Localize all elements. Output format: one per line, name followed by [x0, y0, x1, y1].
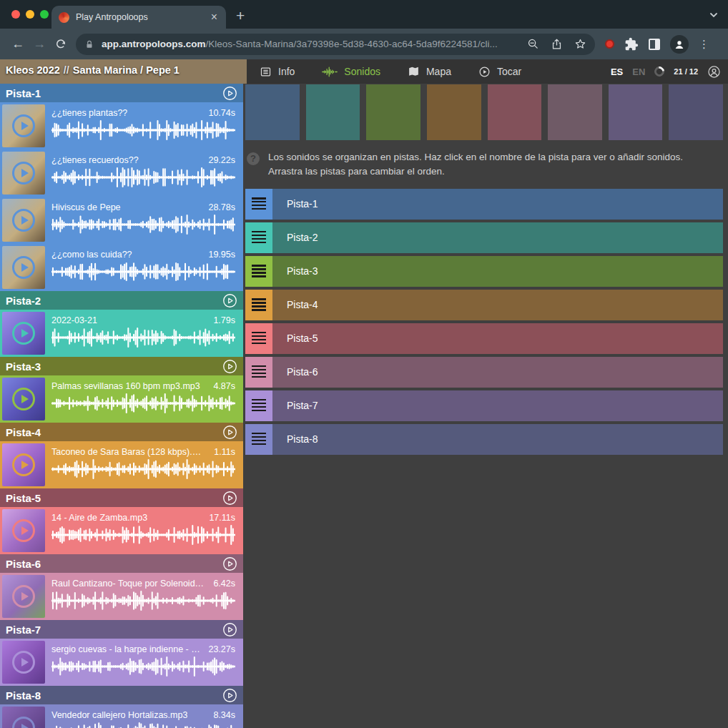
tab-search-chevron-icon[interactable] [708, 9, 719, 21]
clip-thumbnail[interactable] [2, 246, 45, 289]
clip-thumbnail[interactable] [2, 509, 45, 552]
clip-thumbnail[interactable] [2, 199, 45, 242]
drag-handle[interactable] [245, 424, 272, 455]
clip-thumbnail[interactable] [2, 378, 45, 420]
clip-thumbnail[interactable] [2, 575, 45, 618]
clip-play-icon[interactable] [12, 256, 35, 279]
sidebar-track-header[interactable]: Pista-7 [0, 620, 243, 639]
clip-play-icon[interactable] [12, 162, 35, 185]
close-tab-icon[interactable]: × [210, 11, 219, 23]
tab-sonidos[interactable]: Sonidos [322, 66, 380, 78]
audio-clip[interactable]: ¿¿como las cuida?? 19.95s [0, 244, 243, 291]
track-row-bar[interactable]: Pista-1 [272, 189, 723, 220]
track-row[interactable]: Pista-1 [245, 189, 723, 220]
reload-button[interactable] [50, 38, 72, 51]
clip-play-icon[interactable] [12, 717, 35, 728]
sidebar-track-header[interactable]: Pista-5 [0, 488, 243, 507]
track-row[interactable]: Pista-6 [245, 357, 723, 388]
clip-thumbnail[interactable] [2, 152, 45, 195]
play-track-icon[interactable] [222, 622, 237, 637]
minimize-window-button[interactable] [26, 10, 34, 19]
sidebar-track-header[interactable]: Pista-6 [0, 554, 243, 573]
audio-clip[interactable]: Vendedor callejero Hortalizas.mp3 8.34s [0, 704, 243, 728]
play-track-icon[interactable] [222, 556, 237, 571]
profile-avatar[interactable] [670, 35, 689, 54]
record-indicator-icon[interactable] [605, 39, 614, 49]
clip-play-icon[interactable] [12, 519, 35, 542]
drag-handle[interactable] [245, 256, 272, 287]
forward-button[interactable]: → [29, 36, 50, 51]
clip-play-icon[interactable] [12, 388, 35, 410]
play-track-icon[interactable] [222, 425, 237, 440]
play-track-icon[interactable] [222, 688, 237, 703]
drag-handle[interactable] [245, 189, 272, 220]
play-track-icon[interactable] [222, 359, 237, 374]
zoom-window-button[interactable] [40, 10, 49, 19]
browser-tab[interactable]: Play Antropoloops × [51, 6, 226, 29]
url-bar[interactable]: app.antropoloops.com/Kleos-Santa-Marina/… [76, 34, 595, 55]
track-row-bar[interactable]: Pista-6 [272, 357, 723, 388]
sidebar-track-header[interactable]: Pista-2 [0, 291, 243, 310]
track-row[interactable]: Pista-8 [245, 424, 723, 455]
track-row-bar[interactable]: Pista-3 [272, 256, 723, 287]
back-button[interactable]: ← [7, 36, 29, 51]
track-row-bar[interactable]: Pista-8 [272, 424, 723, 455]
drag-handle[interactable] [245, 323, 272, 354]
audio-clip[interactable]: Raul Cantizano- Toque por Solenoide.mp3 … [0, 573, 243, 620]
clip-play-icon[interactable] [12, 453, 35, 476]
sidebar-track-header[interactable]: Pista-1 [0, 84, 243, 102]
lang-en-button[interactable]: EN [632, 67, 645, 77]
audio-clip[interactable]: 2022-03-21 1.79s [0, 310, 243, 357]
play-track-icon[interactable] [222, 293, 237, 308]
track-color-swatch[interactable] [366, 84, 420, 140]
lang-es-button[interactable]: ES [611, 67, 623, 77]
track-color-swatch[interactable] [548, 84, 602, 140]
audio-clip[interactable]: ¿¿tienes plantas?? 10.74s [0, 102, 243, 149]
clip-thumbnail[interactable] [2, 312, 45, 355]
track-row[interactable]: Pista-5 [245, 323, 723, 354]
tab-info[interactable]: Info [260, 66, 295, 78]
drag-handle[interactable] [245, 390, 272, 421]
track-row[interactable]: Pista-7 [245, 390, 723, 421]
clip-thumbnail[interactable] [2, 443, 45, 486]
clip-play-icon[interactable] [12, 651, 35, 674]
browser-menu-icon[interactable]: ⋮ [699, 38, 709, 51]
track-row-bar[interactable]: Pista-5 [272, 323, 723, 354]
audio-clip[interactable]: Palmas sevillanas 160 bpm mp3.mp3 4.87s [0, 375, 243, 423]
sidebar-track-header[interactable]: Pista-4 [0, 423, 243, 441]
drag-handle[interactable] [245, 357, 272, 388]
new-tab-button[interactable]: + [236, 8, 245, 23]
extensions-puzzle-icon[interactable] [624, 37, 639, 51]
track-color-swatch[interactable] [669, 84, 723, 140]
track-color-swatch[interactable] [245, 84, 300, 140]
track-row-bar[interactable]: Pista-2 [272, 222, 723, 253]
track-color-swatch[interactable] [427, 84, 481, 140]
sidebar-track-header[interactable]: Pista-8 [0, 686, 243, 704]
track-color-swatch[interactable] [488, 84, 542, 140]
track-row-bar[interactable]: Pista-4 [272, 290, 723, 320]
clip-thumbnail[interactable] [2, 641, 45, 684]
track-color-swatch[interactable] [609, 84, 663, 140]
tracks-sidebar[interactable]: Pista-1 ¿¿tienes plantas?? 10.74s ¿¿tien… [0, 84, 243, 728]
tab-tocar[interactable]: Tocar [478, 66, 521, 78]
side-panel-icon[interactable] [649, 39, 660, 50]
sidebar-track-header[interactable]: Pista-3 [0, 357, 243, 375]
account-icon[interactable] [707, 65, 721, 79]
clip-thumbnail[interactable] [2, 104, 45, 147]
audio-clip[interactable]: Taconeo de Sara Baras (128 kbps).mp3 1.1… [0, 441, 243, 488]
track-row[interactable]: Pista-3 [245, 256, 723, 287]
audio-clip[interactable]: sergio cuevas - la harpe indienne - 03 -… [0, 639, 243, 686]
track-row-bar[interactable]: Pista-7 [272, 390, 723, 421]
audio-clip[interactable]: Hiviscus de Pepe 28.78s [0, 197, 243, 244]
tab-mapa[interactable]: Mapa [408, 66, 451, 78]
share-icon[interactable] [551, 38, 563, 50]
drag-handle[interactable] [245, 290, 272, 320]
breadcrumb-project[interactable]: Kleos 2022 [6, 64, 60, 76]
clip-play-icon[interactable] [12, 585, 35, 608]
clip-thumbnail[interactable] [2, 707, 45, 728]
play-track-icon[interactable] [222, 491, 237, 506]
zoom-out-icon[interactable] [527, 38, 539, 50]
clip-play-icon[interactable] [12, 114, 35, 137]
play-track-icon[interactable] [222, 86, 237, 101]
clip-play-icon[interactable] [12, 322, 35, 345]
